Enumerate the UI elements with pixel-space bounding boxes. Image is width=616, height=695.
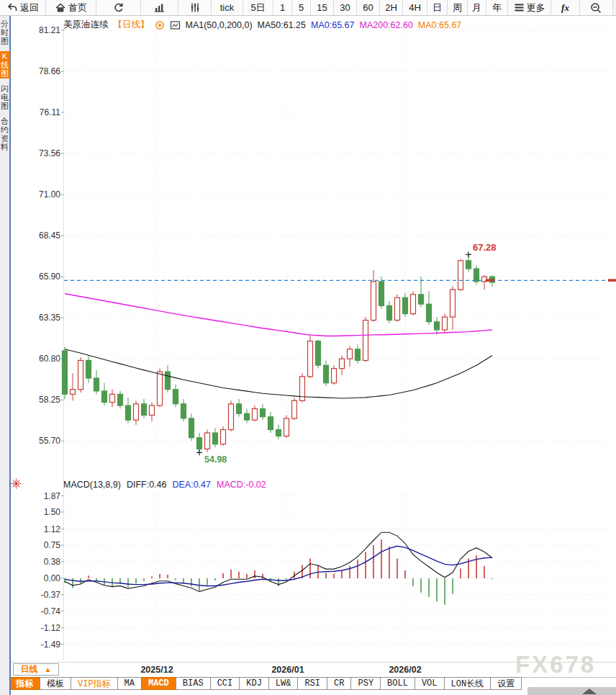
toolbar-button-label: 30 — [340, 2, 350, 13]
toolbar-button-60m[interactable]: 60 — [357, 0, 380, 15]
toolbar-button-area-chart[interactable] — [141, 0, 178, 15]
svg-text:1.12: 1.12 — [44, 524, 61, 534]
toolbar-button-label: tick — [220, 2, 235, 13]
ma50-line — [65, 349, 492, 398]
svg-text:63.35: 63.35 — [39, 313, 60, 323]
indicator-tab-PSY[interactable]: PSY — [350, 677, 381, 690]
bar-chart-icon — [153, 2, 166, 13]
refresh-icon — [113, 2, 124, 13]
toolbar-button-5d[interactable]: 5日 — [243, 0, 273, 15]
indicator-tab-LON长线[interactable]: LON长线 — [444, 677, 492, 690]
toolbar-button-30m[interactable]: 30 — [334, 0, 357, 15]
svg-text:-0.74: -0.74 — [41, 606, 61, 616]
toolbar-button-label: 2H — [385, 2, 397, 13]
menu-icon — [514, 3, 525, 12]
indicator-tab-CR[interactable]: CR — [327, 677, 351, 690]
indicator-tab-BOLL[interactable]: BOLL — [380, 677, 415, 690]
sidebar-item-4[interactable]: 合约资料 — [0, 116, 10, 152]
indicator-tab-指标[interactable]: 指标 — [9, 677, 40, 690]
toolbar-button-label: 月 — [472, 1, 481, 14]
svg-text:68.45: 68.45 — [39, 230, 60, 241]
svg-text:76.11: 76.11 — [40, 107, 60, 117]
toolbar-button-tick[interactable]: tick — [212, 0, 243, 15]
svg-text:65.90: 65.90 — [39, 272, 60, 282]
chart-canvas[interactable]: 81.2178.6676.1173.5671.0068.4565.9063.35… — [0, 0, 616, 695]
period-selector-label: 日线 — [21, 663, 38, 676]
toolbar-button-label: 周 — [453, 1, 462, 14]
svg-text:0.00: 0.00 — [44, 573, 61, 583]
circle-plus-icon[interactable] — [155, 20, 165, 30]
sidebar-item-2[interactable]: K线图 — [0, 51, 10, 79]
toolbar-button-week[interactable]: 周 — [448, 0, 468, 15]
indicator-settings-icon[interactable] — [11, 478, 22, 492]
scroll-up-arrow-icon — [582, 689, 597, 694]
indicator-tab-bar: 指标模板VIP指标MAMACDBIASCCIKDJLW&RSICRPSYBOLL… — [9, 677, 522, 690]
macd-diff-value: DIFF:0.46 — [127, 480, 167, 490]
toolbar-button-label: 日 — [432, 1, 442, 14]
chevron-up-icon: ▲ — [45, 665, 52, 673]
home-icon — [55, 2, 66, 13]
macd-header: MACD(13,8,9) DIFF:0.46 DEA:0.47 MACD:-0.… — [63, 480, 266, 490]
indicator-tab-模板[interactable]: 模板 — [40, 677, 71, 690]
macd-hist-value: MACD:-0.02 — [217, 480, 266, 490]
toolbar-button-15m[interactable]: 15 — [311, 0, 334, 15]
toolbar-button-4h[interactable]: 4H — [403, 0, 427, 15]
toolbar-button-month[interactable]: 月 — [468, 0, 486, 15]
toolbar-button-more[interactable]: 更多 — [508, 0, 551, 15]
indicator-tab-MA[interactable]: MA — [117, 677, 142, 690]
svg-text:73.56: 73.56 — [39, 148, 60, 158]
period-selector[interactable]: 日线 ▲ — [13, 663, 59, 676]
zoom-out-icon — [590, 2, 602, 14]
toolbar-button-5m[interactable]: 5 — [292, 0, 311, 15]
low-annotation: 54.98 — [204, 454, 227, 465]
macd-axis: 1.871.501.120.750.380.00-0.37-0.74-1.12-… — [41, 491, 64, 650]
toolbar-button-candle-chart[interactable] — [178, 0, 212, 15]
toolbar-button-label: 15 — [317, 2, 327, 13]
indicator-tab-设置[interactable]: 设置 — [490, 677, 522, 690]
toolbar-button-home[interactable]: 首页 — [46, 0, 96, 15]
indicator-tab-VOL[interactable]: VOL — [415, 677, 445, 690]
indicator-tab-KDJ[interactable]: KDJ — [239, 677, 269, 690]
symbol-name: 美原油连续 — [63, 19, 109, 31]
svg-text:81.21: 81.21 — [39, 25, 60, 35]
toolbar-button-day[interactable]: 日 — [427, 0, 448, 15]
svg-text:58.25: 58.25 — [39, 395, 60, 405]
indicator-tab-CCI[interactable]: CCI — [210, 677, 240, 690]
toolbar-button-zoom-out[interactable] — [580, 0, 613, 15]
ma200-value: MA200:62.60 — [360, 20, 413, 30]
toolbar-button-fx[interactable]: fx — [551, 0, 580, 15]
indicator-tab-RSI[interactable]: RSI — [297, 677, 327, 690]
toolbar-button-label: 4H — [409, 2, 421, 13]
indicator-tab-MACD[interactable]: MACD — [141, 677, 176, 690]
toolbar-button-refresh[interactable] — [96, 0, 141, 15]
ma50-value: MA50:61.25 — [258, 20, 306, 30]
period-tag: 【日线】 — [114, 19, 150, 31]
macd-title: MACD(13,8,9) — [63, 480, 121, 490]
toolbar-button-label: 5 — [299, 2, 304, 13]
chart-box-icon[interactable] — [170, 20, 181, 30]
high-annotation: 67.28 — [473, 242, 497, 253]
indicator-tab-LW&[interactable]: LW& — [268, 677, 299, 690]
toolbar-button-label: 60 — [363, 2, 373, 13]
sidebar-item-3[interactable]: 闪电图 — [0, 84, 10, 111]
svg-text:1.87: 1.87 — [44, 491, 61, 501]
back-arrow-icon — [6, 2, 18, 13]
sidebar-item-1[interactable]: 分时图 — [0, 19, 10, 46]
toolbar-button-2h[interactable]: 2H — [380, 0, 403, 15]
svg-text:60.80: 60.80 — [39, 354, 60, 364]
indicator-tab-BIAS[interactable]: BIAS — [176, 677, 211, 690]
bottom-scrollbar[interactable] — [527, 687, 616, 695]
svg-text:-1.49: -1.49 — [41, 640, 61, 650]
toolbar-button-1m[interactable]: 1 — [273, 0, 292, 15]
watermark: FX678 — [515, 651, 596, 678]
indicator-tab-VIP指标[interactable]: VIP指标 — [71, 677, 118, 690]
left-sidebar: 分时图K线图闪电图合约资料 — [0, 16, 11, 695]
toolbar-button-year[interactable]: 年 — [486, 0, 508, 15]
toolbar-button-label: 年 — [492, 1, 502, 14]
svg-text:1.50: 1.50 — [44, 507, 61, 517]
svg-text:55.70: 55.70 — [39, 436, 60, 446]
toolbar-button-back[interactable]: 返回 — [0, 0, 46, 15]
svg-text:0.75: 0.75 — [44, 540, 61, 550]
sliders-icon — [189, 2, 201, 13]
chart-header: 美原油连续 【日线】 MA1(50,0,200,0) MA50:61.25 MA… — [63, 19, 461, 31]
